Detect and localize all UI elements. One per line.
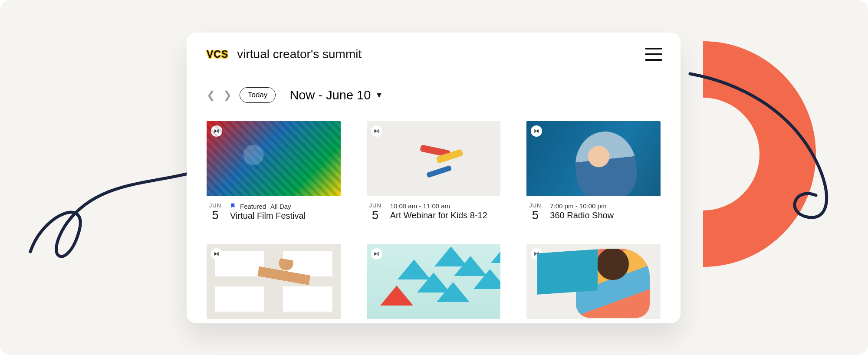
date-range-picker[interactable]: Now - June 10 ▾ <box>289 88 381 102</box>
svg-point-2 <box>536 131 537 131</box>
event-day: 5 <box>526 209 544 222</box>
today-button[interactable]: Today <box>240 87 276 103</box>
event-thumbnail[interactable] <box>367 244 501 319</box>
event-date: JUN 5 <box>207 202 224 222</box>
event-day: 5 <box>367 209 384 222</box>
event-meta: JUN 5 Featured All Day Virtual Film Fest… <box>207 196 341 222</box>
event-card[interactable]: JUN 5 Featured All Day Virtual Film Fest… <box>207 121 341 222</box>
chevron-down-icon: ▾ <box>377 89 381 101</box>
live-icon <box>531 125 542 137</box>
svg-point-3 <box>216 253 217 254</box>
event-time: 7:00 pm - 10:00 pm <box>550 202 606 210</box>
event-time: All Day <box>270 203 291 210</box>
site-title: virtual creator's summit <box>237 47 362 61</box>
event-subline: 10:00 am - 11:00 am <box>390 202 487 210</box>
event-card[interactable] <box>367 244 501 319</box>
event-title: 360 Radio Show <box>550 210 614 220</box>
event-thumbnail[interactable] <box>207 244 341 319</box>
live-icon <box>371 125 382 137</box>
event-subline: 7:00 pm - 10:00 pm <box>550 202 614 210</box>
svg-point-5 <box>536 253 537 254</box>
header: VCS virtual creator's summit <box>187 33 681 66</box>
event-meta: JUN 5 10:00 am - 11:00 am Art Webinar fo… <box>367 196 501 222</box>
event-card[interactable]: JUN 5 7:00 pm - 10:00 pm 360 Radio Show <box>526 121 661 222</box>
date-range-label: Now - June 10 <box>289 88 371 102</box>
event-thumbnail[interactable] <box>367 121 501 196</box>
event-thumbnail[interactable] <box>526 244 661 319</box>
event-subline: Featured All Day <box>230 202 306 210</box>
logo: VCS <box>207 49 228 60</box>
bookmark-icon <box>230 202 236 210</box>
live-icon <box>531 248 542 260</box>
event-time: 10:00 am - 11:00 am <box>390 202 450 210</box>
svg-point-1 <box>376 131 377 131</box>
next-arrow-icon[interactable]: ❯ <box>223 89 232 101</box>
event-date: JUN 5 <box>526 202 544 222</box>
events-grid: JUN 5 Featured All Day Virtual Film Fest… <box>187 112 681 319</box>
featured-label: Featured <box>240 203 266 210</box>
page-stage: VCS virtual creator's summit ❮ ❯ Today N… <box>0 0 868 355</box>
event-month: JUN <box>526 202 544 209</box>
menu-icon[interactable] <box>645 48 662 61</box>
app-window: VCS virtual creator's summit ❮ ❯ Today N… <box>187 33 681 323</box>
event-month: JUN <box>207 202 224 209</box>
event-day: 5 <box>207 209 224 222</box>
event-thumbnail[interactable] <box>526 121 661 196</box>
prev-arrow-icon[interactable]: ❮ <box>207 89 215 101</box>
event-title: Virtual Film Festival <box>230 210 306 221</box>
event-meta: JUN 5 7:00 pm - 10:00 pm 360 Radio Show <box>526 196 661 222</box>
calendar-toolbar: ❮ ❯ Today Now - June 10 ▾ <box>187 66 681 112</box>
event-card[interactable] <box>207 244 341 319</box>
event-thumbnail[interactable] <box>207 121 341 196</box>
svg-point-0 <box>216 131 217 131</box>
live-icon <box>371 248 382 260</box>
event-month: JUN <box>367 202 384 209</box>
svg-point-4 <box>376 253 377 254</box>
event-date: JUN 5 <box>367 202 384 222</box>
event-card[interactable] <box>526 244 661 319</box>
event-card[interactable]: JUN 5 10:00 am - 11:00 am Art Webinar fo… <box>367 121 501 222</box>
live-icon <box>211 125 222 137</box>
event-title: Art Webinar for Kids 8-12 <box>390 210 487 220</box>
live-icon <box>211 248 222 260</box>
